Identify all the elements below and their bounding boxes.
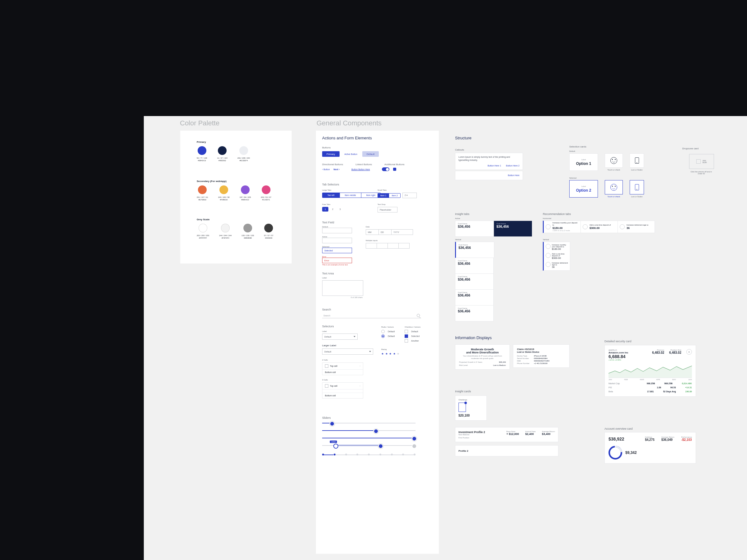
actions-panel: Actions and Form Elements Buttons Primar… xyxy=(316,131,439,554)
search-input[interactable]: Search xyxy=(322,313,421,318)
text-drop-input[interactable]: Placeholder xyxy=(378,207,397,212)
dropzone-caption: Click the picture off and in under ID xyxy=(689,171,713,175)
select-larger[interactable]: Default xyxy=(322,348,373,355)
textfield-error[interactable]: Error xyxy=(322,258,352,263)
selection-icon-card[interactable] xyxy=(605,153,623,168)
phone-icon xyxy=(635,184,639,190)
radio-option[interactable] xyxy=(381,330,385,333)
selection-icon-card-selected[interactable] xyxy=(605,180,623,194)
toggle-square[interactable] xyxy=(393,168,396,171)
free-tabset: 1 2 3 xyxy=(322,207,343,212)
selection-device-card[interactable] xyxy=(630,153,644,168)
textarea-input[interactable] xyxy=(322,280,363,296)
insight-tab-v[interactable]: Goal Name$36,456 xyxy=(455,258,494,274)
free-tab[interactable]: 3 xyxy=(337,207,343,212)
select-default[interactable]: Default xyxy=(322,334,358,340)
section-title-components: General Components xyxy=(316,119,382,127)
tab-item[interactable]: Item 1 xyxy=(378,193,389,197)
cell-row[interactable]: Bottom cell xyxy=(323,393,363,398)
active-button-link[interactable]: Active Button xyxy=(344,153,357,155)
checkbox-item[interactable] xyxy=(405,339,408,343)
free-tab[interactable]: 2 xyxy=(330,207,336,212)
callout-slim: Button Here xyxy=(455,171,523,180)
insight-tab-active[interactable]: Goal Name$36,456 xyxy=(494,220,532,237)
swatch: 57 / 57 / 57#393939 xyxy=(264,224,273,239)
claim-card: Claim #321019 Lost or Stolen Device Devi… xyxy=(513,344,570,368)
cell-row[interactable]: Top cell› xyxy=(323,383,363,389)
palette-group-grey: Grey Scale xyxy=(197,218,209,221)
account-total: $38,922 xyxy=(609,436,624,442)
tab-item[interactable]: Item 2 xyxy=(389,193,400,197)
document-icon xyxy=(459,403,466,412)
rec-tab[interactable]: Increase monthly your deposit to$180.00+… xyxy=(543,220,581,233)
callout-action[interactable]: Button Here 1 xyxy=(488,164,501,167)
rec-tab[interactable]: Add a one-time deposit of$300.00 xyxy=(581,220,618,233)
selectors-larger: Larger Label xyxy=(322,344,336,347)
cell-row[interactable]: Bottom cell xyxy=(323,370,363,375)
multi-input-seg[interactable] xyxy=(377,243,388,248)
date-input[interactable]: MM DD YYYY xyxy=(366,229,413,235)
palette-group-primary: Primary xyxy=(197,141,206,143)
slider-with-tooltip[interactable]: Label xyxy=(322,444,415,447)
callout-action[interactable]: Button Here 2 xyxy=(506,164,519,167)
selection-device-card-selected[interactable] xyxy=(630,180,644,194)
insight-vertical-label: Vertical xyxy=(455,239,461,240)
linked-label: Linked Buttons xyxy=(356,163,372,166)
multi-input-seg[interactable] xyxy=(366,243,377,248)
multi-input-seg[interactable] xyxy=(399,243,410,248)
donut-icon xyxy=(609,446,622,459)
dropzone-label: Dropzone card xyxy=(682,147,698,150)
large-tabs-label: Large Tabs xyxy=(322,189,332,191)
palette-row-grey: 255 / 255 / 255#FFFFFF 244 / 244 / 244#F… xyxy=(197,224,273,239)
back-button[interactable]: ‹ Button xyxy=(322,168,330,170)
next-button[interactable]: Next › xyxy=(334,168,340,170)
profile-card-2: Profile 2 xyxy=(455,445,558,456)
swatch: 244 / 244 / 244#F4F4F4 xyxy=(219,224,232,239)
insight-tab-v[interactable]: Goal Name$36,456 xyxy=(455,242,494,258)
slider[interactable] xyxy=(322,422,415,424)
insight-tab[interactable]: Goal Name$36,456 xyxy=(455,220,494,237)
small-tab-drop[interactable]: 2 ▾ xyxy=(403,193,417,198)
callout-body: Lorem Ipsum is simply dummy text of the … xyxy=(459,156,519,162)
toggle-on[interactable] xyxy=(382,167,389,171)
linked-button[interactable]: Button Button Here xyxy=(352,168,370,170)
textfield-active[interactable] xyxy=(322,238,352,243)
rec-tab[interactable]: Increase retirement age to36 xyxy=(618,220,655,233)
primary-button[interactable]: Primary xyxy=(322,151,340,157)
textfield-label: Text Field xyxy=(322,221,334,224)
checkbox-item[interactable] xyxy=(405,335,408,338)
callout-action[interactable]: Button Here xyxy=(508,174,519,177)
palette-row-primary: 59 / 77 / 198#3B4DC6 11 / 37 / 104#0B256… xyxy=(197,146,250,162)
insight-tab-v[interactable]: Goal Name$36,456 xyxy=(455,305,494,321)
cell-row[interactable] xyxy=(323,390,363,393)
slider-stepped[interactable] xyxy=(322,454,415,456)
large-tabset: Tab left Item middle Item right xyxy=(322,193,381,198)
textfield-default[interactable] xyxy=(322,228,352,233)
asset-card[interactable]: Checkings $20,100 xyxy=(455,395,487,421)
textfield-selected[interactable]: Selected xyxy=(322,248,352,253)
checkbox-item[interactable] xyxy=(405,330,408,333)
slider[interactable] xyxy=(322,429,415,432)
chevron-down-icon xyxy=(369,351,371,352)
cell-row[interactable]: Top cell› xyxy=(323,363,363,369)
slider[interactable] xyxy=(322,437,415,439)
insight-tab-v[interactable]: Goal Name$36,456 xyxy=(455,274,494,290)
multi-input-seg[interactable] xyxy=(388,243,399,248)
default-button[interactable]: Default xyxy=(362,151,379,157)
insight-tab-v[interactable]: Goal Name$36,456 xyxy=(455,290,494,305)
selection-selected-label: Selected xyxy=(569,177,576,179)
small-tabset: Item 1 Item 2 xyxy=(378,193,401,198)
add-button[interactable]: + xyxy=(686,349,692,355)
palette-group-secondary: Secondary (For web/app) xyxy=(197,180,227,183)
swatch: 137 / 84 / 205#8954CD xyxy=(239,185,251,201)
dropzone[interactable]: Add$120 xyxy=(689,154,714,169)
palette-card: Primary 59 / 77 / 198#3B4DC6 11 / 37 / 1… xyxy=(180,131,292,264)
radio-label: Radio / buttons xyxy=(381,326,394,328)
free-tab[interactable]: 1 xyxy=(322,207,328,212)
selection-card-selected[interactable]: LabelOption 2 xyxy=(569,180,598,197)
tab-item[interactable]: Tab left xyxy=(323,193,340,197)
rating-stars[interactable]: ★ ★ ★ ★ ★ xyxy=(381,352,400,355)
radio-option[interactable] xyxy=(381,335,385,338)
tab-item[interactable]: Item middle xyxy=(340,193,361,197)
selection-card[interactable]: LabelOption 1 xyxy=(569,153,598,171)
